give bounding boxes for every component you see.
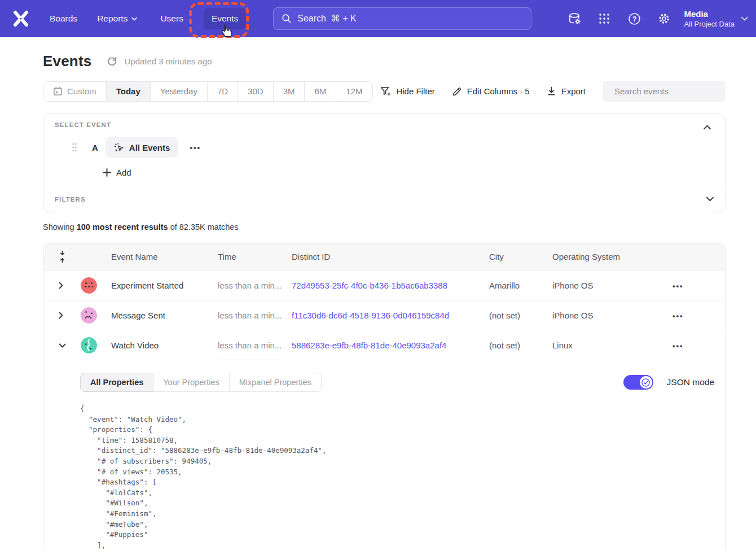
column-header-os[interactable]: Operating System — [552, 252, 669, 261]
json-mode-label: JSON mode — [667, 377, 714, 387]
distinct-id-link[interactable]: 72d49553-25fc-4f0c-b436-1b5ac6ab3388 — [292, 281, 489, 290]
global-search[interactable] — [273, 7, 531, 30]
event-row-letter: A — [92, 143, 98, 152]
date-range-6m[interactable]: 6M — [304, 82, 336, 101]
date-range-yesterday-label: Yesterday — [160, 86, 197, 96]
navbar-right: ? Media All Project Data — [552, 8, 748, 29]
project-name: All Project Data — [684, 19, 735, 29]
row-expand-icon[interactable] — [43, 312, 75, 319]
row-more-options-icon[interactable]: ••• — [673, 342, 684, 350]
project-switcher[interactable]: Media All Project Data — [684, 8, 748, 29]
mixpanel-logo-icon[interactable] — [11, 9, 30, 28]
help-icon[interactable]: ? — [627, 11, 641, 26]
edit-columns-button[interactable]: Edit Columns · 5 — [452, 86, 530, 97]
nav-item-events-label: Events — [212, 14, 238, 24]
events-table: Event Name Time Distinct ID City Operati… — [43, 243, 726, 550]
distinct-id-link[interactable]: 5886283e-e9fb-48fb-81de-40e9093a2af4 — [292, 341, 489, 350]
row-expand-icon[interactable] — [43, 282, 75, 289]
city-cell: (not set) — [489, 341, 552, 350]
results-summary: Showing 100 most recent results of 82.35… — [43, 222, 726, 234]
selected-event-button[interactable]: All Events — [106, 137, 179, 158]
selected-event-label: All Events — [129, 143, 170, 152]
date-range-control: Custom Today Yesterday 7D 30D 3M 6M 12M — [43, 81, 373, 102]
row-more-options-icon[interactable]: ••• — [673, 312, 684, 320]
date-range-custom[interactable]: Custom — [43, 82, 106, 101]
event-more-options-icon[interactable]: ••• — [190, 143, 201, 152]
date-range-6m-label: 6M — [314, 86, 326, 96]
refresh-icon[interactable] — [107, 56, 118, 67]
tab-mixpanel-properties[interactable]: Mixpanel Properties — [229, 373, 322, 392]
event-name-cell: Watch Video — [102, 341, 218, 350]
column-header-time[interactable]: Time — [218, 243, 292, 270]
table-row: Message Sent less than a min... f11c30d6… — [43, 300, 725, 330]
top-navbar: Boards Reports Users Events — [0, 0, 756, 37]
edit-columns-label: Edit Columns · 5 — [467, 86, 530, 96]
nav-item-boards-label: Boards — [50, 14, 77, 24]
main-content: Events Updated 3 minutes ago Custom Toda… — [0, 52, 756, 550]
row-more-options-icon[interactable]: ••• — [673, 282, 684, 290]
time-cell: less than a min... — [218, 270, 292, 300]
date-range-yesterday[interactable]: Yesterday — [150, 82, 207, 101]
drag-handle-icon[interactable] — [72, 143, 77, 152]
date-range-7d[interactable]: 7D — [207, 82, 238, 101]
nav-item-boards[interactable]: Boards — [50, 14, 77, 24]
event-detail-panel: All Properties Your Properties Mixpanel … — [43, 360, 725, 550]
city-cell: (not set) — [489, 311, 552, 320]
date-range-today[interactable]: Today — [106, 82, 150, 101]
add-event-button[interactable]: Add — [103, 167, 131, 178]
tab-all-properties[interactable]: All Properties — [80, 373, 153, 392]
event-name-cell: Message Sent — [102, 311, 218, 320]
column-header-event-name[interactable]: Event Name — [102, 252, 218, 261]
tab-your-properties[interactable]: Your Properties — [153, 373, 229, 392]
date-range-30d[interactable]: 30D — [238, 82, 273, 101]
export-label: Export — [561, 86, 586, 96]
global-search-input[interactable] — [297, 14, 523, 24]
download-icon — [547, 86, 556, 96]
hide-filter-button[interactable]: Hide Filter — [380, 86, 434, 97]
table-header-row: Event Name Time Distinct ID City Operati… — [43, 243, 725, 270]
row-collapse-icon[interactable] — [43, 343, 75, 348]
svg-text:?: ? — [632, 15, 637, 23]
toggle-knob — [640, 376, 652, 389]
nav-item-users[interactable]: Users — [160, 14, 183, 24]
export-button[interactable]: Export — [547, 86, 586, 96]
date-range-7d-label: 7D — [217, 86, 228, 96]
column-header-city[interactable]: City — [489, 252, 552, 261]
date-range-custom-label: Custom — [67, 86, 96, 96]
event-avatar — [81, 277, 97, 294]
pencil-icon — [452, 86, 462, 97]
event-avatar — [81, 307, 97, 324]
filters-section[interactable]: FILTERS — [43, 186, 725, 212]
results-summary-prefix: Showing — [43, 222, 77, 232]
event-json-content: { "event": "Watch Video", "properties": … — [80, 404, 714, 550]
chevron-down-icon — [131, 17, 137, 21]
search-events-field[interactable] — [603, 81, 726, 102]
collapse-all-rows-icon[interactable] — [43, 250, 75, 263]
org-name: Media — [684, 8, 735, 19]
hide-filter-label: Hide Filter — [396, 86, 434, 96]
expand-section-icon[interactable] — [706, 197, 714, 202]
date-range-today-label: Today — [116, 86, 140, 96]
collapse-section-icon[interactable] — [704, 122, 714, 130]
table-row: Experiment Started less than a min... 72… — [43, 270, 725, 300]
plus-icon — [103, 168, 111, 177]
query-builder-card: SELECT EVENT A — [43, 114, 726, 212]
date-range-12m[interactable]: 12M — [336, 82, 372, 101]
nav-item-reports[interactable]: Reports — [97, 14, 137, 24]
calendar-icon — [53, 86, 63, 96]
distinct-id-link[interactable]: f11c30d6-dc6d-4518-9136-0d046159c84d — [292, 311, 489, 320]
data-source-icon[interactable] — [567, 11, 582, 26]
time-cell: less than a min... — [218, 300, 292, 330]
time-cell: less than a min... — [218, 330, 292, 360]
updated-timestamp: Updated 3 minutes ago — [124, 56, 212, 66]
apps-grid-icon[interactable] — [597, 11, 612, 26]
search-events-input[interactable] — [614, 86, 727, 96]
date-range-30d-label: 30D — [248, 86, 263, 96]
check-icon — [641, 378, 650, 387]
page-title: Events — [43, 53, 91, 70]
date-range-3m[interactable]: 3M — [273, 82, 305, 101]
column-header-distinct-id[interactable]: Distinct ID — [292, 252, 489, 261]
json-mode-toggle[interactable] — [623, 375, 653, 390]
nav-item-events[interactable]: Events — [204, 8, 246, 29]
settings-gear-icon[interactable] — [657, 11, 671, 26]
